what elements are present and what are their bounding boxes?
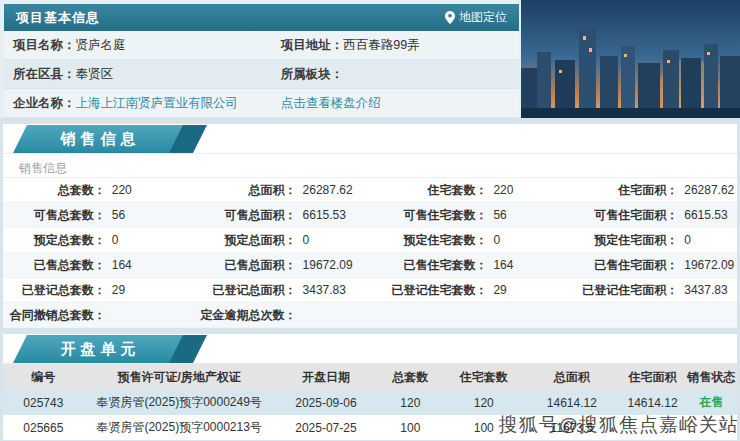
sales-field-label: 预定总套数： (3, 232, 106, 249)
sales-field-label: 已登记总面积： (186, 282, 296, 299)
sales-field-label: 总面积： (186, 182, 296, 199)
opening-column-header: 销售状态 (686, 364, 737, 390)
field-label: 企业名称： (13, 95, 76, 112)
field-block: 所属板块： (272, 60, 519, 89)
sales-field-label: 可售住宅套数： (377, 207, 487, 224)
sales-field-value: 26287.62 (297, 183, 378, 197)
map-locate-link[interactable]: 地图定位 (445, 9, 507, 26)
sales-field-value: 3437.83 (678, 283, 737, 297)
sales-field-label: 可售总套数： (3, 207, 106, 224)
company-name-link[interactable]: 上海上江南贤庐置业有限公司 (76, 95, 239, 112)
location-pin-icon (445, 11, 455, 24)
opening-table-head-row: 编号预售许可证/房地产权证开盘日期总套数住宅套数总面积住宅面积销售状态 (3, 364, 737, 390)
sales-field-label: 可售总面积： (186, 207, 296, 224)
sales-field-label: 合同撤销总套数： (3, 307, 106, 324)
sales-field-label: 预定总面积： (186, 232, 296, 249)
field-label: 项目地址： (281, 37, 344, 54)
opening-column-header: 住宅套数 (443, 364, 524, 390)
sales-field-value: 164 (106, 258, 187, 272)
sales-field-value: 26287.62 (678, 183, 737, 197)
table-cell: 2025-07-25 (275, 415, 378, 440)
map-locate-label: 地图定位 (459, 9, 507, 26)
opening-column-header: 总面积 (524, 364, 619, 390)
sales-field-label: 已售住宅套数： (377, 257, 487, 274)
sales-field-value: 164 (487, 258, 560, 272)
table-cell: 14614.12 (524, 390, 619, 415)
sales-row: 可售总套数：56可售总面积：6615.53可售住宅套数：56可售住宅面积：661… (3, 203, 737, 228)
table-cell: 025743 (3, 390, 84, 415)
table-cell: 14614.12 (620, 390, 686, 415)
sales-field-label: 总套数： (3, 182, 106, 199)
opening-units-table: 编号预售许可证/房地产权证开盘日期总套数住宅套数总面积住宅面积销售状态 0257… (3, 364, 737, 440)
field-value: 西百春路99弄 (343, 37, 419, 54)
table-row: 025743奉贤房管(2025)预字0000249号2025-09-061201… (3, 390, 737, 415)
field-value: 奉贤区 (76, 66, 114, 83)
table-cell: 2025-09-06 (275, 390, 378, 415)
opening-column-header: 总套数 (377, 364, 443, 390)
opening-column-header: 编号 (3, 364, 84, 390)
table-cell (620, 415, 686, 440)
field-label: 所属板块： (281, 66, 344, 83)
project-info-panel: 项目基本信息 地图定位 项目名称： 贤庐名庭 项目地址： 西百春路99弄 (0, 0, 521, 118)
tab-sales-info: 销售信息 (13, 125, 183, 153)
opening-table-body: 025743奉贤房管(2025)预字0000249号2025-09-061201… (3, 390, 737, 440)
table-cell: 100 (443, 415, 524, 440)
sales-field-value: 29 (106, 283, 187, 297)
real-estate-project-page: 项目基本信息 地图定位 项目名称： 贤庐名庭 项目地址： 西百春路99弄 (0, 0, 740, 441)
table-cell: 025665 (3, 415, 84, 440)
sales-row: 合同撤销总套数：定金逾期总次数： (3, 303, 737, 328)
field-project-name: 项目名称： 贤庐名庭 (4, 31, 272, 60)
sales-field-label: 已售住宅面积： (561, 257, 678, 274)
project-photo (521, 0, 740, 118)
sales-field-value: 0 (678, 233, 737, 247)
sales-field-label: 预定住宅面积： (561, 232, 678, 249)
sales-field-label: 已登记住宅面积： (561, 282, 678, 299)
sales-field-label: 住宅面积： (561, 182, 678, 199)
sales-row: 总套数：220总面积：26287.62住宅套数：220住宅面积：26287.62 (3, 178, 737, 203)
opening-tab-row: 开盘单元 (3, 334, 737, 364)
project-info-header-bar: 项目基本信息 地图定位 (4, 4, 519, 31)
sales-field-label: 住宅套数： (377, 182, 487, 199)
sales-subheader: 销售信息 (3, 154, 737, 178)
field-value: 贤庐名庭 (76, 37, 126, 54)
sales-field-value: 220 (487, 183, 560, 197)
field-project-address: 项目地址： 西百春路99弄 (272, 31, 519, 60)
sales-row: 预定总套数：0预定总面积：0预定住宅套数：0预定住宅面积：0 (3, 228, 737, 253)
table-cell: 120 (377, 390, 443, 415)
tab-opening-units: 开盘单元 (13, 335, 183, 363)
sales-field-value: 0 (106, 233, 187, 247)
sales-field-value: 19672.09 (297, 258, 378, 272)
sales-field-value: 220 (106, 183, 187, 197)
sales-field-value: 56 (487, 208, 560, 222)
field-company: 企业名称： 上海上江南贤庐置业有限公司 (4, 89, 272, 118)
opening-units-section: 开盘单元 编号预售许可证/房地产权证开盘日期总套数住宅套数总面积住宅面积销售状态… (3, 334, 737, 440)
opening-column-header: 住宅面积 (620, 364, 686, 390)
sales-field-label: 已售总面积： (186, 257, 296, 274)
field-label: 项目名称： (13, 37, 76, 54)
project-basic-info-section: 项目基本信息 地图定位 项目名称： 贤庐名庭 项目地址： 西百春路99弄 (0, 0, 740, 118)
sales-field-label: 已售总套数： (3, 257, 106, 274)
sales-field-value: 6615.53 (678, 208, 737, 222)
opening-column-header: 预售许可证/房地产权证 (84, 364, 275, 390)
sales-field-label: 定金逾期总次数： (186, 307, 296, 324)
table-cell (686, 415, 737, 440)
sales-field-value: 3437.83 (297, 283, 378, 297)
table-cell: 120 (443, 390, 524, 415)
table-cell: 在售 (686, 390, 737, 415)
view-introduction-link[interactable]: 点击查看楼盘介绍 (281, 95, 381, 112)
table-cell: 100 (377, 415, 443, 440)
sales-info-section: 销售信息 销售信息 总套数：220总面积：26287.62住宅套数：220住宅面… (3, 124, 737, 328)
sales-row: 已登记总套数：29已登记总面积：3437.83已登记住宅套数：29已登记住宅面积… (3, 278, 737, 303)
table-cell: 奉贤房管(2025)预字0000249号 (84, 390, 275, 415)
field-district: 所在区县： 奉贤区 (4, 60, 272, 89)
field-intro: 点击查看楼盘介绍 (272, 89, 519, 118)
field-label: 所在区县： (13, 66, 76, 83)
sales-field-value: 0 (487, 233, 560, 247)
sales-tab-row: 销售信息 (3, 124, 737, 154)
sales-field-label: 可售住宅面积： (561, 207, 678, 224)
opening-column-header: 开盘日期 (275, 364, 378, 390)
project-fields: 项目名称： 贤庐名庭 项目地址： 西百春路99弄 所在区县： 奉贤区 所属板块：… (4, 31, 519, 118)
sales-field-value: 56 (106, 208, 187, 222)
sales-grid: 总套数：220总面积：26287.62住宅套数：220住宅面积：26287.62… (3, 178, 737, 328)
sales-field-value: 6615.53 (297, 208, 378, 222)
